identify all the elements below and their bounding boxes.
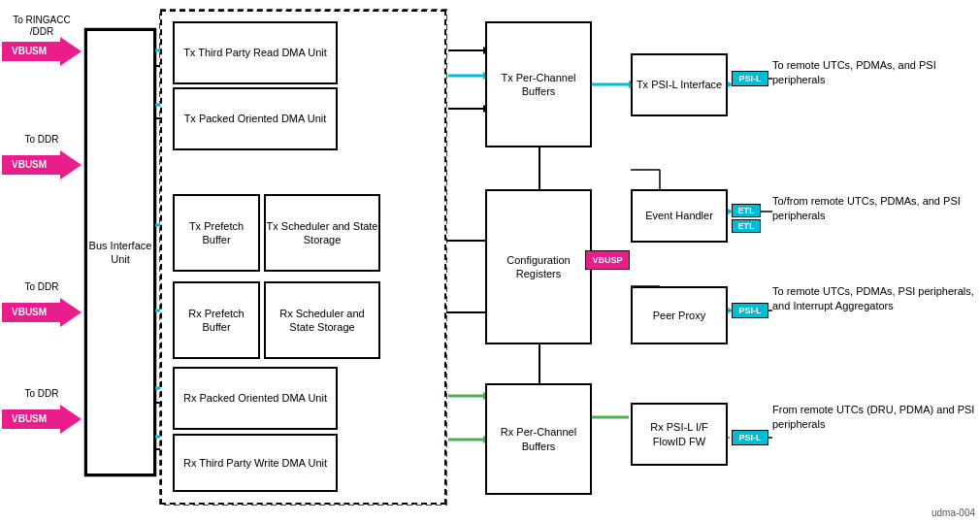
tx-packed-oriented-block: Tx Packed Oriented DMA Unit [173, 87, 338, 150]
svg-text:VBUSM: VBUSM [12, 413, 47, 424]
right-rx-psi-label: From remote UTCs (DRU, PDMA) and PSI per… [772, 403, 976, 433]
bus-interface-unit: Bus Interface Unit [85, 29, 155, 475]
to-ddr-label-1: To DDR [2, 134, 82, 145]
diagram: Bus Interface Unit Tx Third Party Read D… [0, 0, 980, 523]
config-registers-block: Configuration Registers [485, 189, 592, 344]
psi-l-peer-badge: PSI-L [732, 303, 768, 318]
to-ringacc-label: To RINGACC /DDR [2, 15, 82, 38]
right-tx-psi-label: To remote UTCs, PDMAs, and PSI periphera… [772, 58, 976, 88]
svg-text:VBUSM: VBUSM [12, 307, 47, 317]
vbusm-arrow-2: VBUSM [2, 150, 82, 180]
rx-packed-oriented-block: Rx Packed Oriented DMA Unit [173, 367, 338, 430]
event-handler-block: Event Handler [631, 189, 728, 243]
svg-text:VBUSM: VBUSM [12, 46, 47, 56]
to-ddr-label-3: To DDR [2, 388, 82, 399]
peer-proxy-block: Peer Proxy [631, 286, 728, 344]
rx-prefetch-buffer-block: Rx Prefetch Buffer [173, 281, 260, 359]
vbusp-badge: VBUSP [585, 250, 630, 270]
psi-l-rx-badge: PSI-L [732, 430, 768, 445]
tx-prefetch-buffer-block: Tx Prefetch Buffer [173, 194, 260, 272]
etl-2-badge: ETL [732, 219, 761, 233]
tx-third-party-read-block: Tx Third Party Read DMA Unit [173, 21, 338, 84]
vbusm-arrow-4: VBUSM [2, 405, 82, 434]
vbusm-arrow-1: VBUSM [2, 37, 82, 66]
tx-per-channel-buffers-block: Tx Per-Channel Buffers [485, 21, 592, 147]
rx-third-party-write-block: Rx Third Party Write DMA Unit [173, 434, 338, 492]
svg-text:VBUSM: VBUSM [12, 159, 47, 170]
ref-label: udma-004 [931, 507, 975, 518]
rx-scheduler-block: Rx Scheduler and State Storage [264, 281, 380, 359]
etl-1-badge: ETL [732, 204, 761, 217]
rx-per-channel-buffers-block: Rx Per-Channel Buffers [485, 383, 592, 495]
psi-l-tx-badge: PSI-L [732, 71, 768, 86]
tx-scheduler-block: Tx Scheduler and State Storage [264, 194, 380, 272]
vbusm-arrow-3: VBUSM [2, 298, 82, 327]
tx-psi-l-block: Tx PSI-L Interface [631, 53, 728, 116]
right-event-label: To/from remote UTCs, PDMAs, and PSI peri… [772, 194, 976, 224]
rx-psi-l-block: Rx PSI-L I/F FlowID FW [631, 403, 728, 466]
right-peer-label: To remote UTCs, PDMAs, PSI peripherals, … [772, 284, 976, 314]
to-ddr-label-2: To DDR [2, 281, 82, 292]
